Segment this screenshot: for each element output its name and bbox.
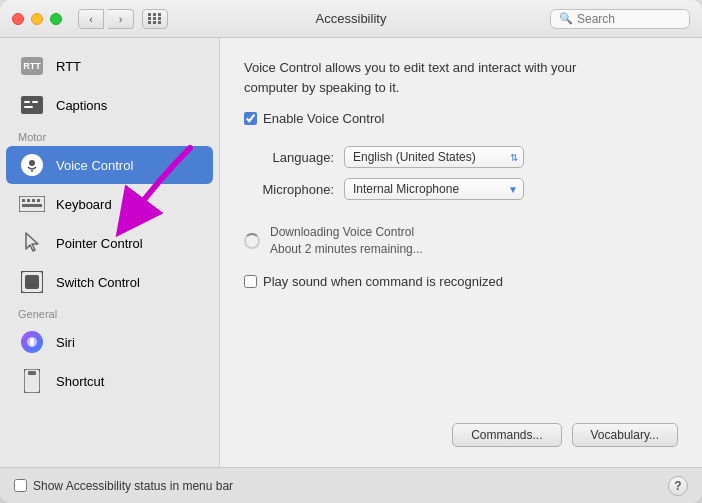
download-section: Downloading Voice Control About 2 minute… [244,224,678,258]
microphone-select[interactable]: Internal Microphone Built-in Microphone … [344,178,524,200]
sidebar: RTT RTT Captions Motor [0,38,220,467]
search-box[interactable]: 🔍 [550,9,690,29]
motor-section-label: Motor [0,125,219,145]
traffic-lights [12,13,62,25]
general-section-label: General [0,302,219,322]
svg-rect-17 [28,371,36,375]
language-select[interactable]: English (United States) Spanish French [344,146,524,168]
sidebar-item-pointer-control[interactable]: Pointer Control [6,224,213,262]
enable-voice-control-label: Enable Voice Control [263,111,384,126]
sidebar-item-captions[interactable]: Captions [6,86,213,124]
sidebar-item-label: Shortcut [56,374,104,389]
svg-rect-7 [22,199,25,202]
svg-rect-0 [21,96,43,114]
enable-voice-control-checkbox[interactable] [244,112,257,125]
show-status-checkbox[interactable] [14,479,27,492]
download-line1: Downloading Voice Control [270,224,423,241]
grid-icon [148,13,162,24]
download-line2: About 2 minutes remaining... [270,241,423,258]
download-text: Downloading Voice Control About 2 minute… [270,224,423,258]
enable-voice-control-row: Enable Voice Control [244,111,678,126]
commands-button[interactable]: Commands... [452,423,561,447]
captions-icon [18,91,46,119]
svg-rect-11 [22,204,42,207]
play-sound-row: Play sound when command is recognized [244,274,678,289]
sidebar-item-label: Voice Control [56,158,133,173]
svg-point-4 [29,160,35,166]
sidebar-item-label: Switch Control [56,275,140,290]
sidebar-item-rtt[interactable]: RTT RTT [6,47,213,85]
window-title: Accessibility [316,11,387,26]
voice-control-icon [18,151,46,179]
microphone-row: Microphone: Internal Microphone Built-in… [244,178,678,200]
sidebar-item-siri[interactable]: Siri [6,323,213,361]
language-row: Language: English (United States) Spanis… [244,146,678,168]
main-panel: Voice Control allows you to edit text an… [220,38,702,467]
settings-grid: Language: English (United States) Spanis… [244,146,678,200]
shortcut-icon [18,367,46,395]
keyboard-icon [18,190,46,218]
search-input[interactable] [577,12,681,26]
language-label: Language: [244,150,334,165]
sidebar-item-switch-control[interactable]: Switch Control [6,263,213,301]
titlebar: ‹ › Accessibility 🔍 [0,0,702,38]
sidebar-item-label: RTT [56,59,81,74]
nav-buttons: ‹ › [78,9,134,29]
grid-view-button[interactable] [142,9,168,29]
show-status-label: Show Accessibility status in menu bar [33,479,233,493]
svg-rect-10 [37,199,40,202]
sidebar-item-label: Captions [56,98,107,113]
main-window: ‹ › Accessibility 🔍 RTT RTT [0,0,702,503]
sidebar-item-keyboard[interactable]: Keyboard [6,185,213,223]
back-button[interactable]: ‹ [78,9,104,29]
rtt-icon: RTT [18,52,46,80]
svg-point-15 [30,338,34,346]
show-status-row: Show Accessibility status in menu bar [14,479,233,493]
close-button[interactable] [12,13,24,25]
switch-control-icon [18,268,46,296]
minimize-button[interactable] [31,13,43,25]
svg-rect-3 [24,106,33,108]
help-button[interactable]: ? [668,476,688,496]
svg-rect-2 [32,101,38,103]
content-wrapper: RTT RTT Captions Motor [0,38,702,467]
siri-icon [18,328,46,356]
download-spinner [244,233,260,249]
sidebar-item-label: Keyboard [56,197,112,212]
bottom-bar: Show Accessibility status in menu bar ? [0,467,702,503]
vocabulary-button[interactable]: Vocabulary... [572,423,678,447]
play-sound-label: Play sound when command is recognized [263,274,503,289]
language-select-container: English (United States) Spanish French ⇅ [344,146,524,168]
search-icon: 🔍 [559,12,573,25]
pointer-control-icon [18,229,46,257]
microphone-label: Microphone: [244,182,334,197]
sidebar-item-label: Siri [56,335,75,350]
microphone-select-container: Internal Microphone Built-in Microphone … [344,178,524,200]
sidebar-item-shortcut[interactable]: Shortcut [6,362,213,400]
sidebar-item-voice-control[interactable]: Voice Control [6,146,213,184]
forward-button[interactable]: › [108,9,134,29]
maximize-button[interactable] [50,13,62,25]
play-sound-checkbox[interactable] [244,275,257,288]
svg-rect-13 [25,275,39,289]
svg-rect-9 [32,199,35,202]
svg-rect-1 [24,101,30,103]
action-buttons: Commands... Vocabulary... [244,423,678,447]
description-text: Voice Control allows you to edit text an… [244,58,624,97]
svg-rect-8 [27,199,30,202]
sidebar-item-label: Pointer Control [56,236,143,251]
